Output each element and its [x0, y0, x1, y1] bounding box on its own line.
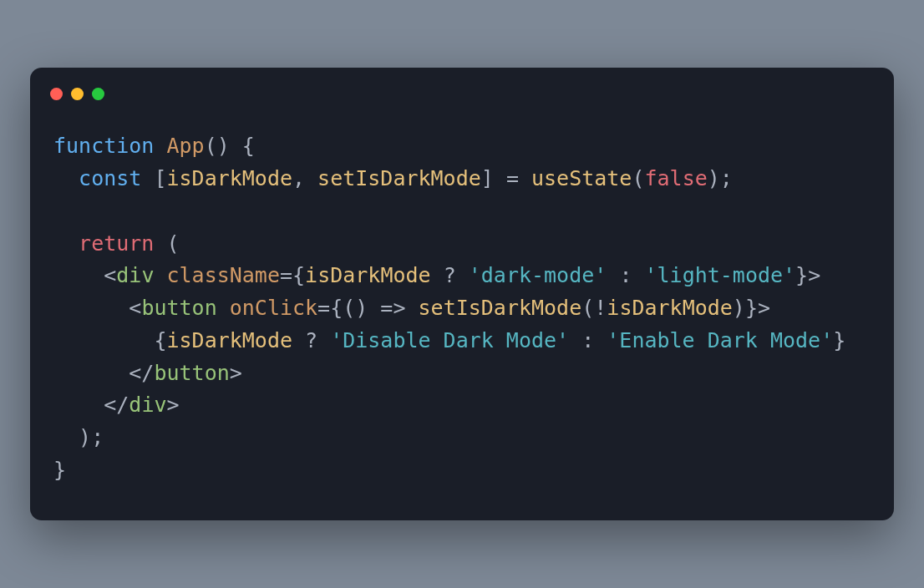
function-call: useState — [531, 166, 632, 190]
punctuation: ={ — [280, 263, 305, 287]
punctuation: ); — [79, 425, 104, 449]
keyword-function: function — [53, 134, 154, 158]
punctuation: < — [129, 296, 141, 320]
punctuation: > — [230, 361, 242, 385]
identifier: setIsDarkMode — [317, 166, 481, 190]
punctuation: { — [154, 328, 166, 352]
window-controls — [30, 86, 894, 117]
punctuation: ( — [632, 166, 644, 190]
jsx-tag: div — [116, 263, 154, 287]
punctuation: ? — [431, 263, 469, 287]
string: 'Disable Dark Mode' — [330, 328, 569, 352]
identifier: isDarkMode — [166, 328, 292, 352]
string: 'dark-mode' — [469, 263, 607, 287]
punctuation: ] — [481, 166, 506, 190]
identifier: isDarkMode — [166, 166, 292, 190]
punctuation: : — [607, 263, 644, 287]
space — [154, 263, 166, 287]
punctuation: () { — [205, 134, 255, 158]
close-icon[interactable] — [50, 88, 63, 100]
maximize-icon[interactable] — [92, 88, 104, 100]
punctuation: : — [569, 328, 607, 352]
punctuation: = — [506, 166, 531, 190]
punctuation: </ — [129, 361, 154, 385]
string: 'light-mode' — [644, 263, 795, 287]
string: 'Enable Dark Mode' — [607, 328, 833, 352]
punctuation: } — [53, 458, 66, 482]
punctuation: ); — [708, 166, 733, 190]
jsx-tag: button — [154, 361, 229, 385]
boolean: false — [644, 166, 707, 190]
jsx-attr: onClick — [230, 296, 317, 320]
identifier: isDarkMode — [607, 296, 733, 320]
keyword-const: const — [79, 166, 141, 190]
punctuation: , — [292, 166, 317, 190]
punctuation: ( — [154, 231, 179, 256]
code-content: function App() { const [isDarkMode, setI… — [30, 117, 894, 486]
punctuation: ={ — [317, 296, 343, 320]
keyword-return: return — [79, 231, 154, 256]
jsx-tag: div — [129, 393, 166, 417]
code-window: function App() { const [isDarkMode, setI… — [30, 68, 894, 520]
punctuation: }> — [795, 263, 820, 287]
punctuation: } — [833, 328, 845, 352]
function-call: setIsDarkMode — [419, 296, 582, 320]
punctuation: </ — [104, 393, 129, 417]
punctuation: }> — [745, 296, 770, 320]
arrow-function: () => — [343, 296, 418, 320]
punctuation: ) — [733, 296, 745, 320]
punctuation: < — [104, 263, 116, 287]
punctuation: ? — [292, 328, 330, 352]
operator: ! — [594, 296, 607, 320]
punctuation: [ — [141, 166, 166, 190]
minimize-icon[interactable] — [71, 88, 84, 100]
identifier: isDarkMode — [305, 263, 431, 287]
jsx-tag: button — [141, 296, 216, 320]
space — [217, 296, 230, 320]
punctuation: ( — [581, 296, 594, 320]
function-name: App — [166, 134, 204, 158]
jsx-attr: className — [167, 263, 280, 287]
punctuation: > — [166, 393, 179, 417]
